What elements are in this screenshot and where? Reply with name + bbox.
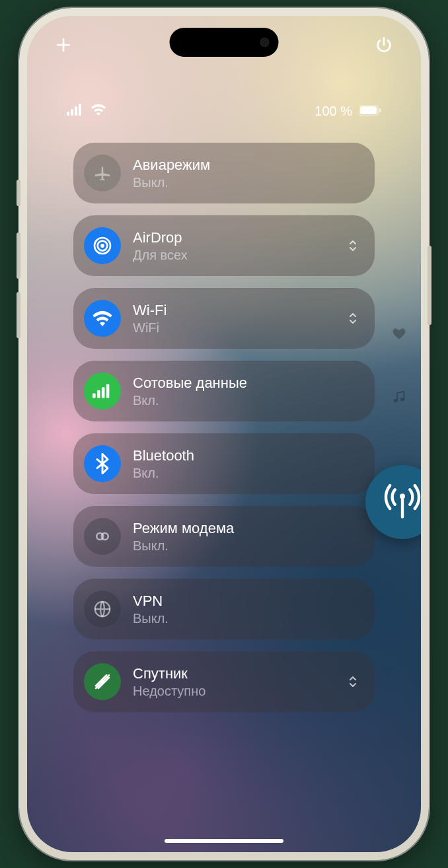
page-indicators (392, 326, 406, 407)
control-title: Авиарежим (133, 157, 360, 174)
wifi-status-icon (91, 104, 106, 119)
volume-down-button (17, 292, 20, 338)
control-row-bluetooth[interactable]: BluetoothВкл. (73, 433, 375, 494)
airdrop-icon (84, 227, 121, 264)
airplane-icon (84, 155, 121, 192)
control-subtitle: Выкл. (133, 611, 360, 626)
svg-point-7 (100, 244, 104, 248)
control-title: Спутник (133, 665, 346, 682)
mute-switch (17, 180, 20, 206)
svg-rect-0 (67, 112, 69, 116)
control-row-labels: Сотовые данныеВкл. (133, 375, 360, 408)
control-row-labels: BluetoothВкл. (133, 447, 360, 481)
battery-icon (359, 104, 381, 119)
svg-point-17 (100, 680, 104, 684)
power-hardware-button (428, 246, 431, 325)
connectivity-list: АвиарежимВыкл.AirDropДля всехWi-FiWiFiСо… (73, 143, 375, 712)
control-subtitle: Недоступно (133, 684, 346, 699)
control-row-labels: АвиарежимВыкл. (133, 157, 360, 190)
wifi-icon (84, 300, 121, 337)
control-subtitle: WiFi (133, 320, 346, 336)
control-row-hotspot[interactable]: Режим модемаВыкл. (73, 506, 375, 567)
control-row-labels: СпутникНедоступно (133, 665, 346, 699)
satellite-icon (84, 663, 121, 700)
svg-point-18 (394, 399, 398, 403)
svg-rect-3 (79, 104, 81, 116)
control-row-labels: AirDropДля всех (133, 229, 346, 263)
expand-chevron-icon[interactable] (346, 672, 360, 691)
control-title: Bluetooth (133, 447, 360, 464)
screen: 100 % АвиарежимВыкл.AirDropДля всехWi-Fi… (27, 16, 421, 852)
bluetooth-icon (84, 445, 121, 482)
control-row-airplane[interactable]: АвиарежимВыкл. (73, 143, 375, 203)
control-title: VPN (133, 593, 360, 610)
add-control-button[interactable] (55, 36, 72, 54)
cellular-signal-icon (67, 104, 84, 119)
svg-rect-2 (75, 106, 77, 116)
svg-rect-13 (106, 384, 110, 398)
control-row-satellite[interactable]: СпутникНедоступно (73, 651, 375, 712)
control-subtitle: Выкл. (133, 175, 360, 190)
svg-rect-12 (102, 387, 105, 398)
control-title: Wi-Fi (133, 302, 346, 319)
control-row-wifi[interactable]: Wi-FiWiFi (73, 288, 375, 349)
hotspot-icon (84, 518, 121, 555)
expand-chevron-icon[interactable] (346, 236, 360, 255)
dynamic-island (170, 28, 279, 57)
control-subtitle: Вкл. (133, 393, 360, 408)
control-row-labels: VPNВыкл. (133, 593, 360, 626)
status-bar: 100 % (27, 102, 421, 120)
control-row-labels: Wi-FiWiFi (133, 302, 346, 336)
expand-chevron-icon[interactable] (346, 309, 360, 328)
volume-up-button (17, 233, 20, 279)
svg-rect-1 (71, 109, 73, 116)
control-subtitle: Вкл. (133, 466, 360, 481)
power-button[interactable] (375, 36, 393, 54)
svg-rect-10 (93, 393, 96, 398)
svg-point-20 (400, 493, 405, 499)
phone-frame: 100 % АвиарежимВыкл.AirDropДля всехWi-Fi… (19, 8, 429, 860)
control-row-vpn[interactable]: VPNВыкл. (73, 579, 375, 639)
control-subtitle: Выкл. (133, 538, 360, 554)
svg-point-19 (400, 398, 404, 402)
music-page-icon[interactable] (392, 390, 406, 407)
battery-percentage: 100 % (315, 104, 352, 119)
cellular-icon (84, 373, 121, 410)
vpn-icon (84, 591, 121, 628)
svg-rect-6 (379, 108, 381, 112)
favorites-page-icon[interactable] (392, 326, 406, 344)
control-title: Сотовые данные (133, 375, 360, 392)
home-indicator[interactable] (165, 839, 283, 843)
svg-rect-5 (360, 106, 377, 114)
control-title: Режим модема (133, 520, 360, 537)
svg-rect-11 (97, 390, 100, 398)
control-subtitle: Для всех (133, 248, 346, 263)
control-title: AirDrop (133, 229, 346, 246)
control-row-labels: Режим модемаВыкл. (133, 520, 360, 554)
control-row-airdrop[interactable]: AirDropДля всех (73, 215, 375, 276)
control-row-cellular[interactable]: Сотовые данныеВкл. (73, 361, 375, 421)
